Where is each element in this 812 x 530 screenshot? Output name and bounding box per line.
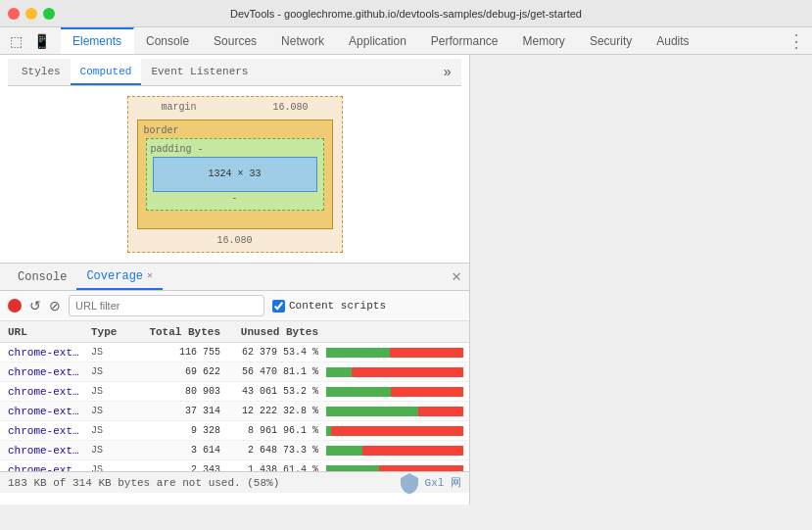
row-total: 3 614 [136,442,224,459]
header-total-bytes: Total Bytes [136,323,224,341]
tab-console-bottom[interactable]: Console [8,264,76,290]
row-unused: 12 222 32.8 % [224,403,322,420]
table-row[interactable]: chrome-extension://nckmconehaglkoo... /c… [0,421,469,441]
content-scripts-checkbox[interactable] [272,300,285,313]
tab-network[interactable]: Network [269,27,337,54]
inspect-icon[interactable]: ⬚ [4,29,27,53]
row-unused: 8 961 96.1 % [224,422,322,440]
tab-security[interactable]: Security [578,27,645,54]
device-icon[interactable]: 📱 [29,29,53,53]
row-bar [322,348,469,358]
row-total: 80 903 [136,383,224,401]
row-total: 9 328 [136,422,224,440]
table-row[interactable]: chrome-extension://nhdogjmejiglipcp... /… [0,441,469,460]
row-url: chrome-extension://ikhdkkncnoglg... /com… [0,383,87,401]
maximize-button[interactable] [43,8,55,20]
shield-icon [398,471,421,495]
row-total: 69 622 [136,363,224,381]
dom-line: Styles Computed Event Listeners » margin… [0,59,469,263]
devtools-top-tabs: ⬚ 📱 Elements Console Sources Network App… [0,27,812,55]
table-row[interactable]: chrome-extension://ikhdkkncnoglghljik...… [0,362,469,382]
coverage-table: URL Type Total Bytes Unused Bytes chrome… [0,321,469,471]
traffic-lights [8,8,55,20]
dom-tree: Styles Computed Event Listeners » margin… [0,55,469,505]
table-row[interactable]: chrome-extension://nhdogjmejiglipccpnn..… [0,460,469,471]
row-unused: 62 379 53.4 % [224,344,322,361]
right-more-button[interactable]: » [438,64,457,81]
tab-event-listeners[interactable]: Event Listeners [141,59,258,85]
row-unused: 43 061 53.2 % [224,383,322,401]
row-url: chrome-extension://ikhdkkncnoglghljik...… [0,363,87,381]
row-type: JS [87,344,136,361]
row-bar [322,407,469,416]
margin-bottom-value: 16.080 [216,232,252,250]
row-bar [322,387,469,397]
row-type: JS [87,383,136,401]
row-unused: 1 438 61.4 % [224,461,322,472]
row-type: JS [87,422,136,440]
minimize-button[interactable] [25,8,37,20]
row-url: chrome-extension://nhdogjmejiglipccpnn..… [0,461,87,472]
tab-application[interactable]: Application [337,27,419,54]
table-row[interactable]: chrome-extension://ikhdkkncnoglg... /com… [0,382,469,402]
tab-coverage[interactable]: Coverage ✕ [76,264,163,290]
tab-memory[interactable]: Memory [511,27,578,54]
reload-button[interactable]: ↺ [29,298,41,313]
tab-performance[interactable]: Performance [419,27,511,54]
tab-sources[interactable]: Sources [202,27,269,54]
row-bar [322,426,469,436]
row-type: JS [87,461,136,472]
tab-audits[interactable]: Audits [645,27,701,54]
elements-panel: Styles Computed Event Listeners » margin… [0,55,470,505]
titlebar: DevTools - googlechrome.github.io/devtoo… [0,0,812,27]
styles-panel: Styles Computed Event Listeners » margin… [8,59,461,263]
padding-box: padding - 1324 × 33 - [146,138,324,211]
header-unused-bytes: Unused Bytes [224,323,322,341]
padding-bottom-dash: - [231,190,237,208]
border-box: border padding - 1324 × 33 - [137,120,333,229]
row-url: chrome-extension://nckmconehaglkoo... /c… [0,422,87,440]
row-url: chrome-extension://nhdogjmejiglipcp... /… [0,442,87,459]
coverage-tab-close[interactable]: ✕ [147,267,153,285]
coverage-rows: chrome-extension://ikhdkkncnoglg... /com… [0,343,469,471]
row-total: 37 314 [136,403,224,420]
box-model: margin 16.080 16.080 border padding - 13… [127,96,343,253]
main-area: Styles Computed Event Listeners » margin… [0,55,812,505]
header-url: URL [0,323,87,341]
row-bar [322,446,469,456]
status-bar: 183 KB of 314 KB bytes are not used. (58… [0,471,469,493]
more-tabs-button[interactable]: ⋮ [780,27,812,54]
header-type: Type [87,323,136,341]
tab-console[interactable]: Console [134,27,202,54]
row-url: chrome-extension://ikhdkkncnoglg... /com… [0,344,87,361]
record-button[interactable] [8,299,22,313]
watermark-text: Gxl 网 [425,474,461,492]
row-type: JS [87,363,136,381]
table-row[interactable]: chrome-extension://ikhdkkncnoglg... /com… [0,343,469,362]
clear-button[interactable]: ⊘ [49,298,61,313]
row-url: chrome-extension://ikhdkkncnoglg... /com… [0,403,87,420]
devtools-icon-group: ⬚ 📱 [0,27,57,54]
table-row[interactable]: chrome-extension://ikhdkkncnoglg... /com… [0,402,469,421]
box-model-area: margin 16.080 16.080 border padding - 13… [8,86,461,263]
close-button[interactable] [8,8,20,20]
right-panel-tabs: Styles Computed Event Listeners » [8,59,461,86]
tab-styles[interactable]: Styles [12,59,71,85]
content-dimensions: 1324 × 33 [208,166,261,183]
watermark: Gxl 网 [398,471,461,495]
coverage-toolbar: ↺ ⊘ Content scripts [0,291,469,321]
row-type: JS [87,403,136,420]
url-filter-input[interactable] [69,295,264,316]
tab-computed[interactable]: Computed [71,59,142,85]
row-bar [322,367,469,377]
close-bottom-panel[interactable]: ✕ [452,268,461,286]
table-header: URL Type Total Bytes Unused Bytes [0,321,469,343]
tab-elements[interactable]: Elements [61,27,134,54]
window-title: DevTools - googlechrome.github.io/devtoo… [230,8,582,20]
row-unused: 2 648 73.3 % [224,442,322,459]
content-box: 1324 × 33 [153,157,317,192]
bottom-panel: Console Coverage ✕ ✕ ↺ ⊘ Content scripts… [0,263,469,493]
status-text: 183 KB of 314 KB bytes are not used. (58… [8,474,279,492]
margin-label: margin 16.080 [161,99,308,117]
row-type: JS [87,442,136,459]
